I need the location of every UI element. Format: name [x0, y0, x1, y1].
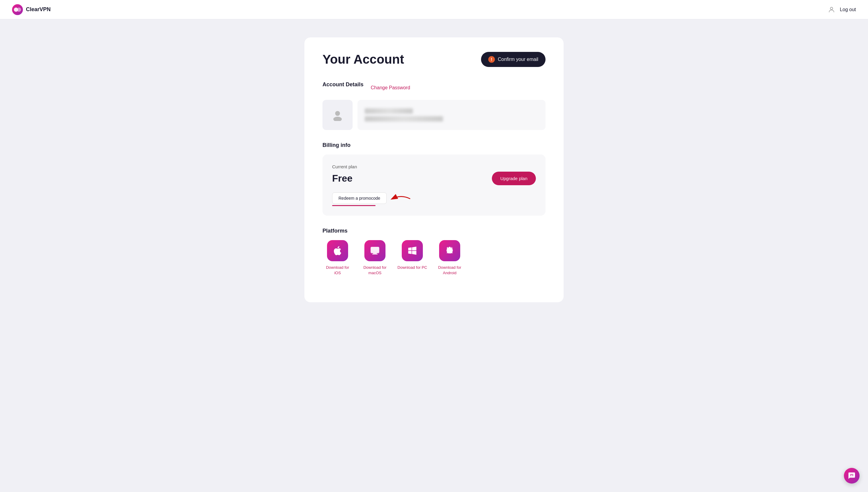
platform-android[interactable]: Download for Android [435, 240, 465, 276]
pc-icon-bg [402, 240, 423, 261]
arrow-annotation [389, 193, 413, 206]
chat-icon [848, 472, 856, 479]
svg-point-2 [17, 7, 21, 12]
confirm-email-label: Confirm your email [498, 57, 538, 62]
warning-icon: ! [488, 56, 495, 63]
redeem-underline [332, 205, 375, 206]
user-icon [828, 6, 835, 13]
current-plan-label: Current plan [332, 164, 536, 169]
platforms-label: Platforms [322, 228, 546, 234]
account-details-label: Account Details [322, 81, 364, 88]
account-info-row [322, 100, 546, 130]
user-avatar-icon [332, 109, 344, 121]
android-icon-bg [439, 240, 460, 261]
redeem-promocode-button[interactable]: Redeem a promocode [332, 193, 387, 204]
main-content: Your Account ! Confirm your email Accoun… [0, 19, 868, 320]
macos-label: Download for macOS [360, 265, 390, 276]
svg-point-4 [335, 111, 340, 116]
ios-icon-bg [327, 240, 348, 261]
platforms-grid: Download for iOS [322, 240, 546, 276]
user-details-card [358, 100, 546, 130]
billing-card: Current plan Free Upgrade plan Redeem a … [322, 154, 546, 216]
plan-row: Free Upgrade plan [332, 172, 536, 185]
content-area: Your Account ! Confirm your email Accoun… [305, 38, 563, 302]
apple-icon [332, 245, 343, 256]
platform-pc[interactable]: Download for PC [397, 240, 427, 276]
svg-point-3 [830, 7, 833, 10]
chat-widget[interactable] [844, 468, 860, 484]
billing-label: Billing info [322, 142, 546, 148]
pc-label: Download for PC [397, 265, 427, 270]
page-title: Your Account [322, 52, 404, 67]
logout-button[interactable]: Log out [840, 7, 856, 13]
svg-rect-13 [448, 252, 451, 254]
change-password-button[interactable]: Change Password [371, 85, 410, 91]
android-label: Download for Android [435, 265, 465, 276]
plan-name: Free [332, 173, 352, 184]
confirm-email-button[interactable]: ! Confirm your email [481, 52, 546, 67]
platform-macos[interactable]: Download for macOS [360, 240, 390, 276]
svg-rect-10 [372, 254, 378, 254]
account-details-header: Account Details Change Password [322, 81, 546, 94]
windows-icon [407, 245, 418, 256]
macos-icon [369, 245, 380, 256]
svg-point-5 [333, 117, 342, 121]
macos-icon-bg [364, 240, 386, 261]
logo-icon [12, 4, 23, 15]
logo-area: ClearVPN [12, 4, 51, 15]
platforms-section: Platforms Download for iOS [322, 228, 546, 276]
promo-section: Redeem a promocode [332, 193, 387, 206]
android-icon [444, 245, 455, 256]
page-header: Your Account ! Confirm your email [322, 52, 546, 67]
user-name-blurred [365, 108, 413, 114]
header-right: Log out [828, 6, 856, 13]
avatar-card [322, 100, 352, 130]
user-email-blurred [365, 116, 443, 122]
ios-label: Download for iOS [322, 265, 352, 276]
header: ClearVPN Log out [0, 0, 868, 19]
account-details-section: Account Details Change Password [322, 81, 546, 130]
upgrade-plan-button[interactable]: Upgrade plan [492, 172, 536, 185]
logo-text: ClearVPN [26, 6, 51, 13]
platform-ios[interactable]: Download for iOS [322, 240, 352, 276]
billing-section: Billing info Current plan Free Upgrade p… [322, 142, 546, 216]
